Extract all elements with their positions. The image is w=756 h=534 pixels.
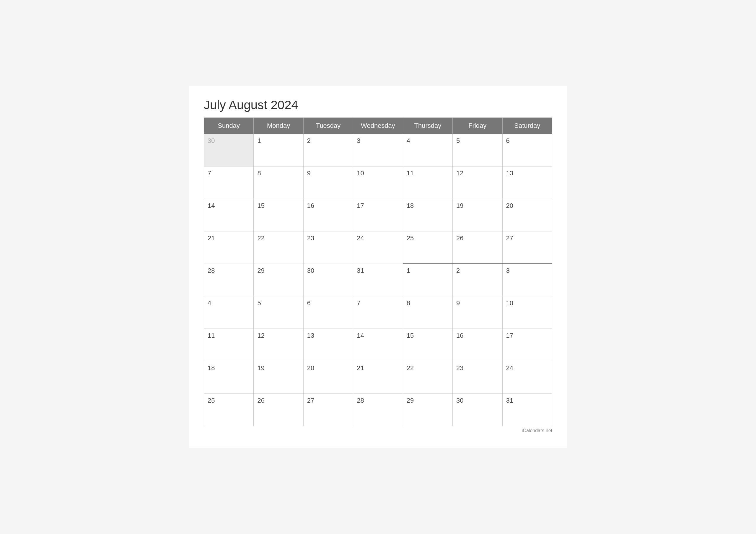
calendar-day[interactable]: 29	[403, 393, 452, 426]
calendar-day[interactable]: 25	[204, 393, 254, 426]
day-number: 21	[208, 234, 215, 242]
days-of-week-row: SundayMondayTuesdayWednesdayThursdayFrid…	[204, 118, 552, 134]
day-number: 28	[208, 267, 215, 274]
day-number: 4	[208, 299, 211, 307]
calendar-day[interactable]: 26	[453, 231, 502, 264]
day-number: 7	[208, 170, 211, 177]
calendar-day[interactable]: 14	[204, 199, 254, 231]
calendar-day[interactable]: 28	[353, 393, 403, 426]
day-header-friday: Friday	[453, 118, 502, 134]
week-row-1: 78910111213	[204, 166, 552, 199]
calendar-container: July August 2024 SundayMondayTuesdayWedn…	[189, 86, 567, 448]
day-number: 12	[456, 170, 463, 177]
day-number: 9	[307, 170, 311, 177]
calendar-day[interactable]: 11	[204, 329, 254, 361]
day-number: 5	[456, 137, 460, 144]
calendar-day[interactable]: 10	[353, 166, 403, 199]
week-row-3: 21222324252627	[204, 231, 552, 264]
calendar-day[interactable]: 14	[353, 329, 403, 361]
calendar-day[interactable]: 30	[303, 264, 353, 296]
calendar-day[interactable]: 10	[502, 296, 552, 329]
calendar-day[interactable]: 31	[502, 393, 552, 426]
calendar-day[interactable]: 24	[353, 231, 403, 264]
calendar-day[interactable]: 5	[453, 134, 502, 166]
calendar-day[interactable]: 17	[502, 329, 552, 361]
calendar-day[interactable]: 26	[254, 393, 303, 426]
calendar-day[interactable]: 27	[502, 231, 552, 264]
calendar-day[interactable]: 5	[254, 296, 303, 329]
calendar-day[interactable]: 16	[303, 199, 353, 231]
calendar-day[interactable]: 13	[502, 166, 552, 199]
calendar-day[interactable]: 7	[204, 166, 254, 199]
calendar-day[interactable]: 7	[353, 296, 403, 329]
calendar-day[interactable]: 29	[254, 264, 303, 296]
day-number: 2	[307, 137, 311, 144]
day-number: 20	[506, 202, 513, 209]
calendar-day[interactable]: 23	[303, 231, 353, 264]
calendar-day[interactable]: 12	[254, 329, 303, 361]
day-number: 22	[257, 234, 264, 242]
calendar-day[interactable]: 23	[453, 361, 502, 393]
day-header-thursday: Thursday	[403, 118, 452, 134]
day-number: 6	[506, 137, 510, 144]
calendar-day[interactable]: 19	[254, 361, 303, 393]
calendar-day[interactable]: 28	[204, 264, 254, 296]
calendar-day[interactable]: 22	[254, 231, 303, 264]
calendar-day[interactable]: 30	[453, 393, 502, 426]
calendar-day[interactable]: 30	[204, 134, 254, 166]
calendar-day[interactable]: 4	[403, 134, 452, 166]
week-row-7: 18192021222324	[204, 361, 552, 393]
calendar-body: 3012345678910111213141516171819202122232…	[204, 134, 552, 426]
calendar-day[interactable]: 1	[403, 264, 452, 296]
calendar-day[interactable]: 1	[254, 134, 303, 166]
calendar-day[interactable]: 9	[453, 296, 502, 329]
calendar-day[interactable]: 2	[303, 134, 353, 166]
calendar-day[interactable]: 8	[254, 166, 303, 199]
day-number: 15	[407, 332, 414, 339]
calendar-day[interactable]: 3	[353, 134, 403, 166]
day-number: 13	[506, 170, 513, 177]
calendar-day[interactable]: 20	[303, 361, 353, 393]
day-number: 6	[307, 299, 311, 307]
day-number: 10	[357, 170, 364, 177]
calendar-day[interactable]: 9	[303, 166, 353, 199]
day-number: 11	[407, 170, 414, 177]
calendar-day[interactable]: 17	[353, 199, 403, 231]
calendar-day[interactable]: 21	[353, 361, 403, 393]
week-row-6: 11121314151617	[204, 329, 552, 361]
calendar-day[interactable]: 15	[254, 199, 303, 231]
day-number: 20	[307, 364, 314, 372]
calendar-day[interactable]: 27	[303, 393, 353, 426]
calendar-day[interactable]: 2	[453, 264, 502, 296]
calendar-day[interactable]: 25	[403, 231, 452, 264]
calendar-day[interactable]: 8	[403, 296, 452, 329]
day-number: 19	[456, 202, 463, 209]
day-number: 8	[407, 299, 410, 307]
day-number: 1	[407, 267, 410, 274]
calendar-day[interactable]: 15	[403, 329, 452, 361]
calendar-day[interactable]: 19	[453, 199, 502, 231]
calendar-day[interactable]: 4	[204, 296, 254, 329]
calendar-day[interactable]: 6	[303, 296, 353, 329]
day-number: 19	[257, 364, 264, 372]
calendar-day[interactable]: 24	[502, 361, 552, 393]
day-number: 17	[357, 202, 364, 209]
calendar-day[interactable]: 18	[204, 361, 254, 393]
calendar-day[interactable]: 12	[453, 166, 502, 199]
day-number: 3	[357, 137, 360, 144]
calendar-table: SundayMondayTuesdayWednesdayThursdayFrid…	[204, 118, 552, 426]
calendar-day[interactable]: 11	[403, 166, 452, 199]
calendar-day[interactable]: 20	[502, 199, 552, 231]
calendar-day[interactable]: 31	[353, 264, 403, 296]
calendar-day[interactable]: 3	[502, 264, 552, 296]
calendar-day[interactable]: 18	[403, 199, 452, 231]
day-header-sunday: Sunday	[204, 118, 254, 134]
day-number: 11	[208, 332, 215, 339]
calendar-day[interactable]: 21	[204, 231, 254, 264]
day-number: 13	[307, 332, 314, 339]
day-number: 30	[456, 397, 463, 404]
calendar-day[interactable]: 22	[403, 361, 452, 393]
calendar-day[interactable]: 13	[303, 329, 353, 361]
calendar-day[interactable]: 6	[502, 134, 552, 166]
calendar-day[interactable]: 16	[453, 329, 502, 361]
